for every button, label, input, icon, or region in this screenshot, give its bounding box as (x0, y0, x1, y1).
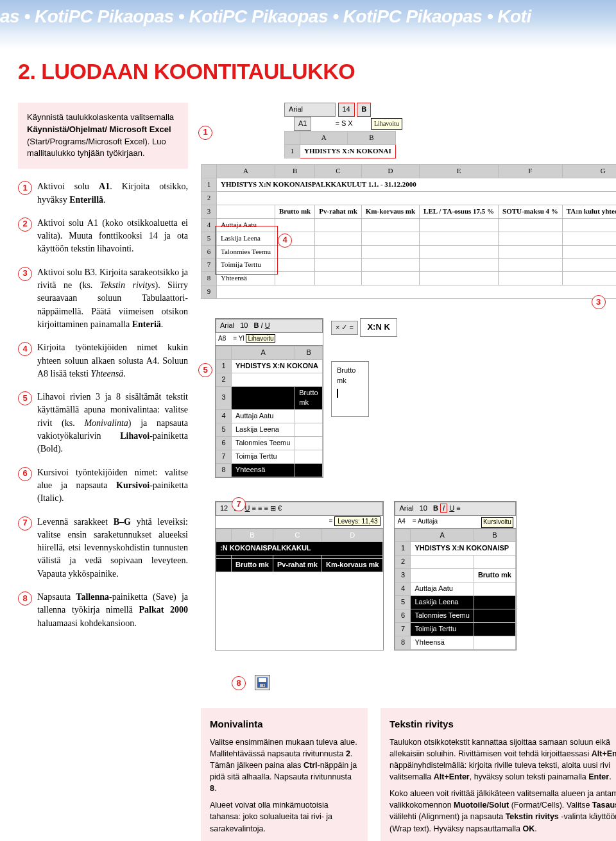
step-item: 8 Napsauta Tallenna-painiketta (Save) ja… (18, 591, 188, 630)
name-box[interactable]: A1 (294, 117, 311, 131)
step-text: Aktivoi solu A1 (koko otsikkoaluetta ei … (37, 217, 188, 256)
step-number: 7 (18, 516, 32, 531)
step-text: Lihavoi rivien 3 ja 8 sisältämät tekstit… (37, 391, 188, 455)
mini-grid-top: AB 1YHDISTYS X:N KOKONAI (284, 131, 396, 158)
step-item: 7 Levennä sarakkeet B–G yhtä leveiksi: v… (18, 516, 188, 581)
save-icon[interactable] (255, 675, 270, 690)
callout-7: 7 (232, 497, 246, 511)
svg-rect-3 (263, 684, 264, 686)
step-item: 2 Aktivoi solu A1 (koko otsikkoaluetta e… (18, 217, 188, 256)
step-list: 1 Aktivoi solu A1. Kirjoita otsikko, hyv… (18, 180, 188, 630)
main-grid: ABCDEFG 1YHDISTYS X:N KOKONAISPALKKAKULU… (201, 164, 616, 299)
step-number: 5 (18, 391, 32, 405)
monivalinta-p2: Alueet voivat olla minkämuotoisia tahans… (210, 799, 359, 834)
intro-text: Käynnistä taulukkolaskenta valitsemalla … (27, 112, 174, 158)
monivalinta-p1: Valitse ensimmäinen mukaan tuleva alue. … (210, 736, 359, 795)
step-text: Levennä sarakkeet B–G yhtä leveiksi: val… (37, 516, 188, 581)
bold-button[interactable]: B (357, 103, 371, 117)
step-number: 2 (18, 217, 32, 232)
step-item: 4 Kirjoita työntekijöiden nimet kukin yh… (18, 341, 188, 380)
step-text: Napsauta Tallenna-painiketta (Save) ja t… (37, 591, 188, 630)
width-shot: 12 B I U ≡ ≡ ≡ ⊞ € = Leveys: 11,43 BCD :… (215, 501, 384, 650)
rivitys-box: Tekstin rivitys Taulukon otsikkotekstit … (381, 708, 616, 841)
step-item: 5 Lihavoi rivien 3 ja 8 sisältämät tekst… (18, 391, 188, 455)
step-number: 1 (18, 181, 32, 195)
callout-5: 5 (198, 363, 212, 377)
step-item: 3 Aktivoi solu B3. Kirjoita sarakeotsikk… (18, 266, 188, 331)
step-number: 8 (18, 591, 32, 606)
font-name-select[interactable]: Arial (284, 103, 336, 117)
step-number: 4 (18, 342, 32, 356)
selection-shot: Arial 10 B I U A8 = Yl Lihavoitu AB 1YHD… (215, 318, 323, 478)
page-title: 2. LUODAAN KOONTITAULUKKO (18, 56, 598, 87)
callout-8: 8 (232, 676, 246, 690)
brutto-cell-shot: × ✓ = X:N K Brutto mk (331, 318, 397, 489)
step-text: Aktivoi solu A1. Kirjoita otsikko, hyväk… (37, 180, 188, 207)
header-banner: as • KotiPC Pikaopas • KotiPC Pikaopas •… (0, 0, 616, 49)
font-size-select[interactable]: 14 (338, 103, 355, 117)
step-number: 3 (18, 267, 32, 281)
italic-shot: Arial 10 B I U ≡ A4 = Auttaja Kursivoitu… (394, 501, 516, 650)
monivalinta-box: Monivalinta Valitse ensimmäinen mukaan t… (201, 708, 368, 841)
step-text: Kursivoi työntekijöiden nimet: valitse a… (37, 466, 188, 505)
callout-3: 3 (592, 295, 606, 309)
font-toolbar: Arial 14 B (284, 103, 373, 117)
step-item: 6 Kursivoi työntekijöiden nimet: valitse… (18, 466, 188, 505)
rivitys-p2: Koko alueen voit rivittää jälkikäteen va… (389, 788, 616, 835)
formula-bar: A1 = S X Lihavoitu (294, 117, 353, 131)
callout-1: 1 (198, 126, 212, 140)
intro-box: Käynnistä taulukkolaskenta valitsemalla … (18, 103, 188, 169)
step-text: Aktivoi solu B3. Kirjoita sarakeotsikko … (37, 266, 188, 331)
step-number: 6 (18, 467, 32, 481)
svg-rect-1 (259, 678, 266, 682)
monivalinta-title: Monivalinta (210, 717, 359, 731)
callout-4: 4 (278, 234, 292, 248)
tooltip-lihavoitu: Lihavoitu (371, 118, 402, 130)
step-item: 1 Aktivoi solu A1. Kirjoita otsikko, hyv… (18, 180, 188, 207)
rivitys-title: Tekstin rivitys (389, 717, 616, 731)
rivitys-p1: Taulukon otsikkotekstit kannattaa sijoit… (389, 736, 616, 783)
step-text: Kirjoita työntekijöiden nimet kukin yhte… (37, 341, 188, 380)
